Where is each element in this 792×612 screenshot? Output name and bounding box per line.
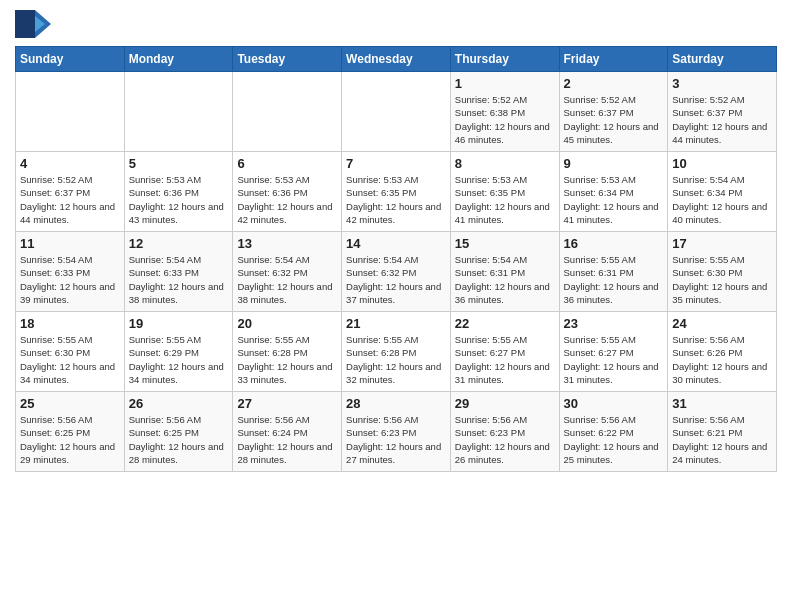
calendar-header-row: Sunday Monday Tuesday Wednesday Thursday… [16, 47, 777, 72]
day-info: Sunrise: 5:56 AMSunset: 6:25 PMDaylight:… [129, 413, 229, 466]
day-number: 9 [564, 156, 664, 171]
day-number: 8 [455, 156, 555, 171]
calendar-cell: 29Sunrise: 5:56 AMSunset: 6:23 PMDayligh… [450, 392, 559, 472]
calendar-cell: 24Sunrise: 5:56 AMSunset: 6:26 PMDayligh… [668, 312, 777, 392]
calendar-cell: 14Sunrise: 5:54 AMSunset: 6:32 PMDayligh… [342, 232, 451, 312]
day-number: 26 [129, 396, 229, 411]
day-number: 20 [237, 316, 337, 331]
page-header [15, 10, 777, 38]
day-info: Sunrise: 5:53 AMSunset: 6:36 PMDaylight:… [237, 173, 337, 226]
day-info: Sunrise: 5:56 AMSunset: 6:26 PMDaylight:… [672, 333, 772, 386]
day-number: 29 [455, 396, 555, 411]
day-info: Sunrise: 5:55 AMSunset: 6:27 PMDaylight:… [455, 333, 555, 386]
logo [15, 10, 55, 38]
calendar-cell: 11Sunrise: 5:54 AMSunset: 6:33 PMDayligh… [16, 232, 125, 312]
calendar-cell: 6Sunrise: 5:53 AMSunset: 6:36 PMDaylight… [233, 152, 342, 232]
calendar-cell [233, 72, 342, 152]
col-friday: Friday [559, 47, 668, 72]
calendar-cell [342, 72, 451, 152]
day-info: Sunrise: 5:55 AMSunset: 6:27 PMDaylight:… [564, 333, 664, 386]
calendar-cell: 30Sunrise: 5:56 AMSunset: 6:22 PMDayligh… [559, 392, 668, 472]
day-number: 12 [129, 236, 229, 251]
day-info: Sunrise: 5:53 AMSunset: 6:35 PMDaylight:… [455, 173, 555, 226]
day-number: 4 [20, 156, 120, 171]
calendar-cell: 22Sunrise: 5:55 AMSunset: 6:27 PMDayligh… [450, 312, 559, 392]
day-info: Sunrise: 5:56 AMSunset: 6:22 PMDaylight:… [564, 413, 664, 466]
calendar-cell: 9Sunrise: 5:53 AMSunset: 6:34 PMDaylight… [559, 152, 668, 232]
calendar-cell: 27Sunrise: 5:56 AMSunset: 6:24 PMDayligh… [233, 392, 342, 472]
calendar-cell: 7Sunrise: 5:53 AMSunset: 6:35 PMDaylight… [342, 152, 451, 232]
day-number: 7 [346, 156, 446, 171]
calendar-cell: 12Sunrise: 5:54 AMSunset: 6:33 PMDayligh… [124, 232, 233, 312]
day-number: 28 [346, 396, 446, 411]
day-info: Sunrise: 5:54 AMSunset: 6:32 PMDaylight:… [346, 253, 446, 306]
calendar-cell: 23Sunrise: 5:55 AMSunset: 6:27 PMDayligh… [559, 312, 668, 392]
day-info: Sunrise: 5:53 AMSunset: 6:36 PMDaylight:… [129, 173, 229, 226]
day-number: 23 [564, 316, 664, 331]
calendar-cell: 20Sunrise: 5:55 AMSunset: 6:28 PMDayligh… [233, 312, 342, 392]
day-info: Sunrise: 5:56 AMSunset: 6:23 PMDaylight:… [346, 413, 446, 466]
day-info: Sunrise: 5:54 AMSunset: 6:32 PMDaylight:… [237, 253, 337, 306]
svg-rect-0 [15, 10, 35, 38]
day-number: 13 [237, 236, 337, 251]
calendar-cell: 31Sunrise: 5:56 AMSunset: 6:21 PMDayligh… [668, 392, 777, 472]
day-number: 16 [564, 236, 664, 251]
day-number: 2 [564, 76, 664, 91]
day-number: 21 [346, 316, 446, 331]
calendar-cell: 8Sunrise: 5:53 AMSunset: 6:35 PMDaylight… [450, 152, 559, 232]
day-info: Sunrise: 5:55 AMSunset: 6:28 PMDaylight:… [346, 333, 446, 386]
calendar-cell: 13Sunrise: 5:54 AMSunset: 6:32 PMDayligh… [233, 232, 342, 312]
calendar-cell: 5Sunrise: 5:53 AMSunset: 6:36 PMDaylight… [124, 152, 233, 232]
calendar-cell: 25Sunrise: 5:56 AMSunset: 6:25 PMDayligh… [16, 392, 125, 472]
day-number: 25 [20, 396, 120, 411]
day-info: Sunrise: 5:54 AMSunset: 6:34 PMDaylight:… [672, 173, 772, 226]
day-info: Sunrise: 5:52 AMSunset: 6:38 PMDaylight:… [455, 93, 555, 146]
calendar-cell: 3Sunrise: 5:52 AMSunset: 6:37 PMDaylight… [668, 72, 777, 152]
calendar-cell: 15Sunrise: 5:54 AMSunset: 6:31 PMDayligh… [450, 232, 559, 312]
day-number: 14 [346, 236, 446, 251]
day-number: 30 [564, 396, 664, 411]
col-tuesday: Tuesday [233, 47, 342, 72]
calendar-cell: 19Sunrise: 5:55 AMSunset: 6:29 PMDayligh… [124, 312, 233, 392]
calendar-week-row: 25Sunrise: 5:56 AMSunset: 6:25 PMDayligh… [16, 392, 777, 472]
day-number: 17 [672, 236, 772, 251]
day-info: Sunrise: 5:52 AMSunset: 6:37 PMDaylight:… [564, 93, 664, 146]
logo-icon [15, 10, 51, 38]
calendar-cell: 17Sunrise: 5:55 AMSunset: 6:30 PMDayligh… [668, 232, 777, 312]
day-number: 27 [237, 396, 337, 411]
calendar-cell: 2Sunrise: 5:52 AMSunset: 6:37 PMDaylight… [559, 72, 668, 152]
day-number: 1 [455, 76, 555, 91]
day-info: Sunrise: 5:56 AMSunset: 6:25 PMDaylight:… [20, 413, 120, 466]
calendar-cell: 10Sunrise: 5:54 AMSunset: 6:34 PMDayligh… [668, 152, 777, 232]
calendar-cell: 4Sunrise: 5:52 AMSunset: 6:37 PMDaylight… [16, 152, 125, 232]
day-number: 24 [672, 316, 772, 331]
day-info: Sunrise: 5:55 AMSunset: 6:29 PMDaylight:… [129, 333, 229, 386]
col-saturday: Saturday [668, 47, 777, 72]
day-number: 10 [672, 156, 772, 171]
calendar-cell: 1Sunrise: 5:52 AMSunset: 6:38 PMDaylight… [450, 72, 559, 152]
day-info: Sunrise: 5:53 AMSunset: 6:35 PMDaylight:… [346, 173, 446, 226]
day-number: 5 [129, 156, 229, 171]
day-number: 18 [20, 316, 120, 331]
day-number: 22 [455, 316, 555, 331]
day-info: Sunrise: 5:52 AMSunset: 6:37 PMDaylight:… [672, 93, 772, 146]
calendar-week-row: 11Sunrise: 5:54 AMSunset: 6:33 PMDayligh… [16, 232, 777, 312]
day-info: Sunrise: 5:55 AMSunset: 6:30 PMDaylight:… [20, 333, 120, 386]
day-info: Sunrise: 5:55 AMSunset: 6:28 PMDaylight:… [237, 333, 337, 386]
calendar-cell: 18Sunrise: 5:55 AMSunset: 6:30 PMDayligh… [16, 312, 125, 392]
calendar-week-row: 18Sunrise: 5:55 AMSunset: 6:30 PMDayligh… [16, 312, 777, 392]
day-number: 11 [20, 236, 120, 251]
calendar-cell: 21Sunrise: 5:55 AMSunset: 6:28 PMDayligh… [342, 312, 451, 392]
col-thursday: Thursday [450, 47, 559, 72]
day-number: 3 [672, 76, 772, 91]
calendar-cell: 16Sunrise: 5:55 AMSunset: 6:31 PMDayligh… [559, 232, 668, 312]
day-info: Sunrise: 5:53 AMSunset: 6:34 PMDaylight:… [564, 173, 664, 226]
day-info: Sunrise: 5:54 AMSunset: 6:31 PMDaylight:… [455, 253, 555, 306]
day-number: 19 [129, 316, 229, 331]
calendar-cell: 28Sunrise: 5:56 AMSunset: 6:23 PMDayligh… [342, 392, 451, 472]
day-number: 15 [455, 236, 555, 251]
col-monday: Monday [124, 47, 233, 72]
col-sunday: Sunday [16, 47, 125, 72]
day-info: Sunrise: 5:56 AMSunset: 6:21 PMDaylight:… [672, 413, 772, 466]
day-info: Sunrise: 5:56 AMSunset: 6:23 PMDaylight:… [455, 413, 555, 466]
